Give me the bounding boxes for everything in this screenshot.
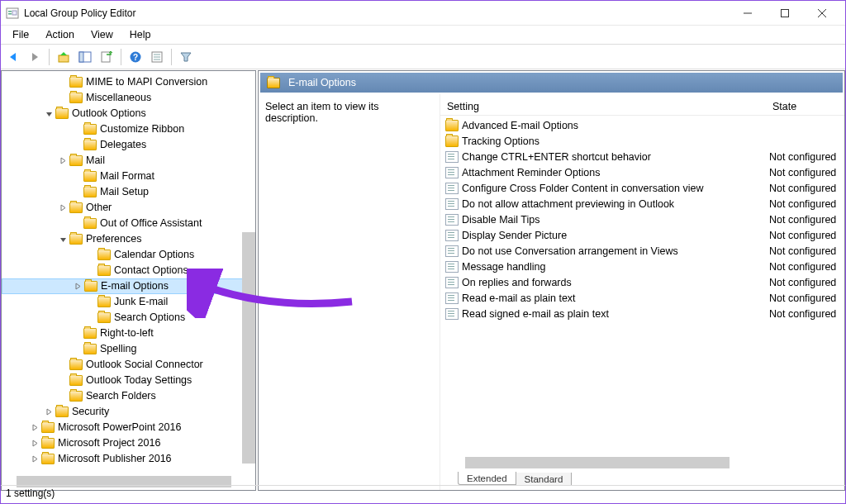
setting-state: Not configured bbox=[759, 214, 844, 226]
tree-node[interactable]: Calendar Options bbox=[2, 247, 255, 263]
menu-view[interactable]: View bbox=[83, 26, 121, 43]
policy-setting-icon bbox=[445, 292, 459, 304]
policy-setting-icon bbox=[445, 183, 459, 194]
tree-node[interactable]: Out of Office Assistant bbox=[2, 216, 255, 231]
help-icon[interactable]: ? bbox=[126, 47, 145, 67]
export-list-icon[interactable] bbox=[97, 47, 116, 67]
expand-icon[interactable] bbox=[58, 156, 68, 166]
tree-node[interactable]: Search Options bbox=[2, 310, 255, 326]
folder-icon bbox=[69, 202, 83, 213]
folder-icon bbox=[97, 297, 111, 307]
menu-help[interactable]: Help bbox=[121, 26, 159, 43]
settings-item-row[interactable]: Display Sender PictureNot configured bbox=[440, 227, 844, 243]
tree-node-label: Right-to-left bbox=[100, 326, 154, 341]
menu-action[interactable]: Action bbox=[37, 26, 83, 43]
settings-item-row[interactable]: Change CTRL+ENTER shortcut behaviorNot c… bbox=[440, 149, 844, 164]
setting-name: Configure Cross Folder Content in conver… bbox=[462, 183, 759, 194]
details-horizontal-scrollbar[interactable] bbox=[465, 457, 730, 468]
tree-node[interactable]: Miscellaneous bbox=[2, 90, 255, 106]
expand-icon[interactable] bbox=[58, 203, 68, 213]
properties-icon[interactable] bbox=[147, 47, 167, 67]
expand-icon[interactable] bbox=[30, 439, 40, 449]
forward-icon[interactable] bbox=[25, 47, 45, 67]
maximize-button[interactable] bbox=[766, 1, 803, 26]
column-header-setting[interactable]: Setting bbox=[440, 101, 748, 112]
tree-node-label: Spelling bbox=[100, 341, 136, 357]
settings-item-row[interactable]: Disable Mail TipsNot configured bbox=[440, 212, 844, 227]
expand-icon[interactable] bbox=[73, 282, 83, 292]
tree-node[interactable]: E-mail Options bbox=[2, 278, 255, 294]
back-icon[interactable] bbox=[3, 47, 23, 67]
setting-name: Disable Mail Tips bbox=[462, 214, 759, 226]
tree-node[interactable]: Mail bbox=[2, 153, 255, 169]
collapse-icon[interactable] bbox=[58, 235, 68, 245]
tab-standard[interactable]: Standard bbox=[516, 473, 573, 486]
expand-icon[interactable] bbox=[30, 423, 40, 433]
tree-node[interactable]: Outlook Social Connector bbox=[2, 357, 255, 373]
tree-node[interactable]: Right-to-left bbox=[2, 326, 255, 341]
settings-item-row[interactable]: Do not allow attachment previewing in Ou… bbox=[440, 196, 844, 212]
tree-node[interactable]: Customize Ribbon bbox=[2, 121, 255, 137]
menu-bar: File Action View Help bbox=[1, 26, 845, 45]
up-icon[interactable] bbox=[54, 47, 74, 67]
svg-rect-11 bbox=[102, 52, 110, 62]
minimize-button[interactable] bbox=[729, 1, 766, 26]
close-button[interactable] bbox=[803, 1, 840, 26]
tree-node-label: E-mail Options bbox=[101, 278, 169, 294]
settings-folder-row[interactable]: Tracking Options bbox=[440, 133, 844, 149]
svg-rect-3 bbox=[12, 11, 17, 15]
setting-name: Change CTRL+ENTER shortcut behavior bbox=[462, 151, 759, 163]
tree-node[interactable]: Mail Setup bbox=[2, 184, 255, 200]
settings-item-row[interactable]: Read signed e-mail as plain textNot conf… bbox=[440, 306, 844, 321]
tree-node[interactable]: Spelling bbox=[2, 341, 255, 357]
folder-icon bbox=[69, 77, 83, 88]
details-pane: E-mail Options Select an item to view it… bbox=[258, 70, 845, 491]
tree-node[interactable]: Outlook Options bbox=[2, 106, 255, 121]
tree-node[interactable]: Other bbox=[2, 200, 255, 216]
tree-node-label: Search Options bbox=[114, 310, 185, 326]
menu-file[interactable]: File bbox=[4, 26, 37, 43]
tree-node[interactable]: Microsoft PowerPoint 2016 bbox=[2, 420, 255, 435]
expand-icon[interactable] bbox=[44, 407, 54, 417]
tree-node[interactable]: MIME to MAPI Conversion bbox=[2, 74, 255, 90]
tree-node-label: Microsoft PowerPoint 2016 bbox=[58, 420, 181, 435]
tab-extended[interactable]: Extended bbox=[458, 472, 516, 485]
folder-icon bbox=[41, 438, 55, 449]
tree-node[interactable]: Contact Options bbox=[2, 263, 255, 278]
tree-node[interactable]: Delegates bbox=[2, 137, 255, 153]
tree-node[interactable]: Junk E-mail bbox=[2, 294, 255, 310]
tree-node-label: Miscellaneous bbox=[86, 90, 151, 106]
column-header-state[interactable]: State bbox=[748, 101, 844, 112]
tree-vertical-scrollbar[interactable] bbox=[242, 232, 255, 464]
tree-node[interactable]: Preferences bbox=[2, 231, 255, 247]
policy-setting-icon bbox=[445, 198, 459, 210]
tree-node[interactable]: Security bbox=[2, 404, 255, 420]
svg-rect-10 bbox=[79, 52, 83, 62]
tree-node[interactable]: Outlook Today Settings bbox=[2, 373, 255, 388]
settings-item-row[interactable]: On replies and forwardsNot configured bbox=[440, 274, 844, 290]
show-hide-tree-icon[interactable] bbox=[75, 47, 95, 67]
settings-item-row[interactable]: Read e-mail as plain textNot configured bbox=[440, 290, 844, 306]
tree-node[interactable]: Microsoft Publisher 2016 bbox=[2, 451, 255, 467]
policy-setting-icon bbox=[445, 308, 459, 320]
setting-name: Read signed e-mail as plain text bbox=[462, 308, 759, 320]
description-column: Select an item to view its description. bbox=[259, 94, 440, 490]
policy-tree[interactable]: MIME to MAPI ConversionMiscellaneousOutl… bbox=[2, 71, 255, 472]
settings-item-row[interactable]: Attachment Reminder OptionsNot configure… bbox=[440, 164, 844, 180]
setting-state: Not configured bbox=[759, 167, 844, 178]
folder-icon bbox=[97, 250, 111, 260]
policy-setting-icon bbox=[445, 167, 459, 178]
settings-item-row[interactable]: Message handlingNot configured bbox=[440, 259, 844, 274]
tree-node[interactable]: Search Folders bbox=[2, 388, 255, 404]
collapse-icon[interactable] bbox=[44, 109, 54, 119]
folder-icon bbox=[69, 375, 83, 386]
settings-item-row[interactable]: Do not use Conversation arrangement in V… bbox=[440, 243, 844, 259]
settings-item-row[interactable]: Configure Cross Folder Content in conver… bbox=[440, 180, 844, 196]
expand-icon[interactable] bbox=[30, 454, 40, 464]
tree-node[interactable]: Microsoft Project 2016 bbox=[2, 435, 255, 451]
tree-node-label: Junk E-mail bbox=[114, 294, 168, 310]
tree-node-label: Microsoft Publisher 2016 bbox=[58, 451, 172, 467]
settings-folder-row[interactable]: Advanced E-mail Options bbox=[440, 117, 844, 133]
tree-node[interactable]: Mail Format bbox=[2, 169, 255, 184]
filter-icon[interactable] bbox=[176, 47, 196, 67]
